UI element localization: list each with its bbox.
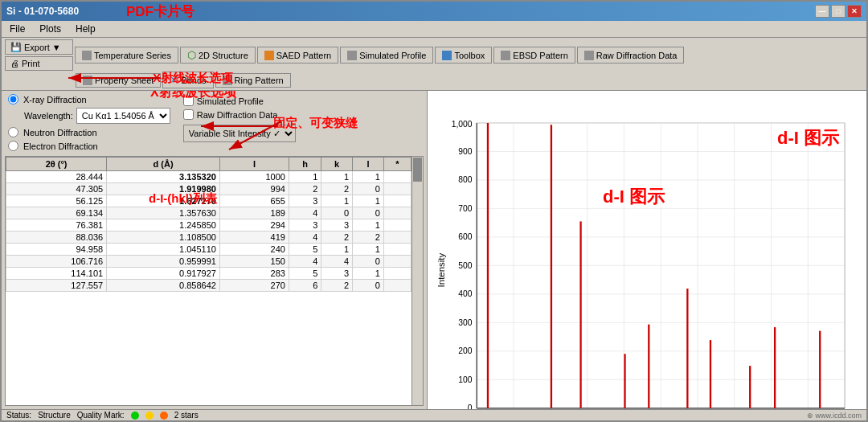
tab-bonds-label: Bonds [181, 76, 206, 85]
cell-star [383, 244, 411, 256]
tab-2d-structure[interactable]: ⬡ 2D Structure [180, 47, 256, 64]
raw-diffraction-label: Raw Diffraction Data [197, 110, 278, 120]
neutron-radio[interactable] [8, 127, 18, 137]
tab-2d-label: 2D Structure [199, 51, 248, 60]
cell-star [383, 195, 411, 207]
right-panel: d-I 图示 [428, 91, 866, 409]
data-table: 2θ (°) d (Å) I h k l * 2 [6, 157, 411, 292]
raw-diffraction-check[interactable] [183, 109, 194, 120]
tab-raw-diffraction[interactable]: Raw Diffraction Data [577, 47, 685, 64]
minimize-button[interactable]: — [815, 5, 829, 18]
status-label: Status: [6, 411, 31, 420]
y-tick-1000: 1,000 [452, 120, 473, 129]
vertical-scrollbar[interactable] [411, 157, 423, 405]
menu-file[interactable]: File [6, 23, 28, 35]
cell-i: 294 [219, 219, 289, 231]
col-k: k [321, 158, 353, 171]
cell-k: 1 [321, 171, 353, 183]
electron-radio[interactable] [8, 141, 18, 151]
wavelength-select[interactable]: Cu Kα1 1.54056 Å [76, 108, 170, 124]
y-tick-300: 300 [458, 318, 472, 327]
menu-plots[interactable]: Plots [36, 23, 64, 35]
col-i: I [219, 158, 289, 171]
cell-star [383, 280, 411, 292]
cell-l: 1 [353, 195, 384, 207]
diffraction-options: X射线波长选项 X-ray Diffraction Wavelength: Cu… [2, 91, 427, 156]
cell-l: 0 [353, 280, 384, 292]
cell-two-theta: 76.381 [6, 219, 107, 231]
cell-k: 2 [321, 231, 353, 244]
tab-property-sheet[interactable]: Property Sheet [76, 73, 161, 88]
y-axis-label: Intensity [436, 253, 446, 288]
tab-simulated-profile[interactable]: Simulated Profile [340, 47, 433, 64]
cell-h: 4 [289, 207, 321, 219]
scrollbar-thumb[interactable] [413, 158, 422, 182]
tab-bonds[interactable]: ✕ Bonds [162, 72, 213, 88]
print-button[interactable]: 🖨 Print [5, 56, 73, 71]
xray-radio[interactable] [8, 94, 18, 104]
col-two-theta: 2θ (°) [6, 158, 107, 171]
cell-d: 1.919980 [107, 183, 220, 195]
cell-d: 0.959991 [107, 256, 220, 268]
tab-property-label: Property Sheet [95, 76, 154, 85]
menu-help[interactable]: Help [72, 23, 99, 35]
cell-two-theta: 127.557 [6, 280, 107, 292]
diffraction-type-col: X-ray Diffraction Wavelength: Cu Kα1 1.5… [8, 94, 170, 153]
status-bar: Status: Structure Quality Mark: 2 stars … [2, 409, 866, 420]
table-row: 127.557 0.858642 270 6 2 0 [6, 280, 411, 292]
tab-toolbox[interactable]: Toolbox [435, 47, 492, 64]
tab-ring-label: Ring Pattern [235, 76, 284, 85]
cell-star [383, 171, 411, 183]
slit-select-row: Variable Slit Intensity ✓ Fixed Slit Int… [183, 125, 296, 142]
tab-ring-pattern[interactable]: Ring Pattern [215, 73, 291, 88]
cell-h: 5 [289, 268, 321, 280]
table-row: 94.958 1.045110 240 5 1 1 [6, 244, 411, 256]
cell-l: 0 [353, 256, 384, 268]
tab-saed-pattern[interactable]: SAED Pattern [257, 47, 338, 64]
xray-radio-row: X-ray Diffraction [8, 94, 170, 104]
pdf-annotation: PDF卡片号 [126, 2, 194, 21]
cell-d: 1.627270 [107, 195, 220, 207]
tab-temperature-series[interactable]: Temperature Series [75, 47, 178, 64]
table-scroll-area: 2θ (°) d (Å) I h k l * 2 [6, 157, 423, 405]
table-body-scroll[interactable]: 2θ (°) d (Å) I h k l * 2 [6, 157, 411, 405]
saed-icon [264, 51, 274, 60]
cell-star [383, 268, 411, 280]
watermark: ⊕ www.icdd.com [807, 412, 862, 420]
table-row: 114.101 0.917927 283 5 3 1 [6, 268, 411, 280]
cell-k: 3 [321, 219, 353, 231]
close-button[interactable]: ✕ [847, 5, 862, 18]
table-row: 47.305 1.919980 994 2 2 0 [6, 183, 411, 195]
cell-two-theta: 114.101 [6, 268, 107, 280]
cell-h: 3 [289, 195, 321, 207]
tab-saed-label: SAED Pattern [276, 51, 331, 60]
cell-two-theta: 28.444 [6, 171, 107, 183]
cell-l: 0 [353, 207, 384, 219]
maximize-button[interactable]: □ [831, 5, 845, 18]
tab-raw-label: Raw Diffraction Data [596, 51, 678, 60]
window-controls[interactable]: — □ ✕ [815, 5, 862, 18]
cell-d: 0.858642 [107, 280, 220, 292]
y-tick-200: 200 [458, 346, 472, 355]
slit-dropdown[interactable]: Variable Slit Intensity ✓ Fixed Slit Int… [183, 125, 296, 142]
export-button[interactable]: 💾 Export ▼ [5, 39, 73, 55]
wavelength-annotation: X射线波长选项 [150, 91, 236, 101]
cell-star [383, 231, 411, 244]
y-tick-100: 100 [458, 375, 472, 384]
table-row: 76.381 1.245850 294 3 3 1 [6, 219, 411, 231]
cell-d: 1.245850 [107, 219, 220, 231]
cell-d: 3.135320 [107, 171, 220, 183]
temperature-icon [82, 51, 92, 60]
chart-annotation: d-I 图示 [777, 126, 839, 150]
dot-green [131, 412, 139, 420]
cell-two-theta: 47.305 [6, 183, 107, 195]
tab-ebsd-pattern[interactable]: EBSD Pattern [493, 47, 575, 64]
cell-k: 1 [321, 244, 353, 256]
menubar: File Plots Help [2, 21, 866, 38]
y-tick-600: 600 [458, 232, 472, 241]
dropdown-icon: ▼ [52, 43, 61, 52]
raw-icon [584, 51, 594, 60]
cell-i: 1000 [219, 171, 289, 183]
main-window: Si - 01-070-5680 PDF卡片号 — □ ✕ File Plots… [0, 0, 868, 422]
cell-i: 283 [219, 268, 289, 280]
